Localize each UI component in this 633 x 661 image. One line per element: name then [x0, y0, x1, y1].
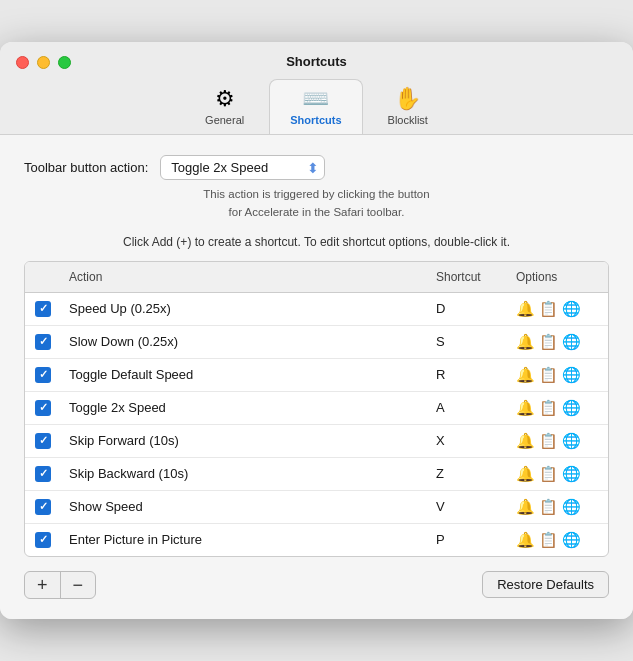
col-header-options: Options [508, 266, 608, 288]
checkbox-show-speed[interactable] [35, 499, 51, 515]
globe-icon[interactable]: 🌐 [562, 366, 581, 384]
bell-icon[interactable]: 🔔 [516, 333, 535, 351]
clipboard-icon[interactable]: 📋 [539, 333, 558, 351]
table-row: Enter Picture in Picture P 🔔 📋 🌐 [25, 524, 608, 556]
maximize-button[interactable] [58, 56, 71, 69]
row-6-shortcut: V [428, 492, 508, 521]
toolbar-hint: This action is triggered by clicking the… [24, 186, 609, 221]
globe-icon[interactable]: 🌐 [562, 465, 581, 483]
row-4-options: 🔔 📋 🌐 [508, 425, 608, 457]
traffic-lights [16, 56, 71, 69]
row-4-action: Skip Forward (10s) [61, 426, 428, 455]
globe-icon[interactable]: 🌐 [562, 531, 581, 549]
general-icon: ⚙ [215, 88, 235, 110]
add-shortcut-button[interactable]: + [25, 572, 61, 598]
table-row: Show Speed V 🔔 📋 🌐 [25, 491, 608, 524]
blocklist-icon: ✋ [394, 88, 421, 110]
restore-defaults-button[interactable]: Restore Defaults [482, 571, 609, 598]
row-0-check[interactable] [25, 294, 61, 324]
row-5-action: Skip Backward (10s) [61, 459, 428, 488]
row-3-action: Toggle 2x Speed [61, 393, 428, 422]
bell-icon[interactable]: 🔔 [516, 366, 535, 384]
row-3-shortcut: A [428, 393, 508, 422]
row-6-action: Show Speed [61, 492, 428, 521]
title-bar: Shortcuts ⚙ General ⌨️ Shortcuts ✋ Block… [0, 42, 633, 135]
close-button[interactable] [16, 56, 29, 69]
tab-blocklist[interactable]: ✋ Blocklist [367, 79, 449, 134]
col-header-shortcut: Shortcut [428, 266, 508, 288]
globe-icon[interactable]: 🌐 [562, 333, 581, 351]
row-1-action: Slow Down (0.25x) [61, 327, 428, 356]
row-5-check[interactable] [25, 459, 61, 489]
row-7-options: 🔔 📋 🌐 [508, 524, 608, 556]
remove-shortcut-button[interactable]: − [61, 572, 96, 598]
clipboard-icon[interactable]: 📋 [539, 531, 558, 549]
minimize-button[interactable] [37, 56, 50, 69]
row-7-shortcut: P [428, 525, 508, 554]
table-row: Speed Up (0.25x) D 🔔 📋 🌐 [25, 293, 608, 326]
shortcuts-table: Action Shortcut Options Speed Up (0.25x)… [24, 261, 609, 557]
row-5-shortcut: Z [428, 459, 508, 488]
tab-general[interactable]: ⚙ General [184, 79, 265, 134]
table-header: Action Shortcut Options [25, 262, 608, 293]
tab-shortcuts[interactable]: ⌨️ Shortcuts [269, 79, 362, 134]
table-body: Speed Up (0.25x) D 🔔 📋 🌐 Slow Down (0.25… [25, 293, 608, 556]
row-6-options: 🔔 📋 🌐 [508, 491, 608, 523]
row-7-check[interactable] [25, 525, 61, 555]
table-row: Skip Backward (10s) Z 🔔 📋 🌐 [25, 458, 608, 491]
checkbox-skip-forward[interactable] [35, 433, 51, 449]
clipboard-icon[interactable]: 📋 [539, 465, 558, 483]
bell-icon[interactable]: 🔔 [516, 399, 535, 417]
row-2-options: 🔔 📋 🌐 [508, 359, 608, 391]
col-header-action: Action [61, 266, 428, 288]
row-0-shortcut: D [428, 294, 508, 323]
toolbar-label: Toolbar button action: [24, 160, 148, 175]
tab-general-label: General [205, 114, 244, 126]
clipboard-icon[interactable]: 📋 [539, 498, 558, 516]
checkbox-toggle-2x[interactable] [35, 400, 51, 416]
table-row: Skip Forward (10s) X 🔔 📋 🌐 [25, 425, 608, 458]
clipboard-icon[interactable]: 📋 [539, 366, 558, 384]
select-wrapper: Toggle 2x Speed Speed Up Slow Down Toggl… [160, 155, 325, 180]
row-2-check[interactable] [25, 360, 61, 390]
clipboard-icon[interactable]: 📋 [539, 300, 558, 318]
bottom-bar: + − Restore Defaults [24, 571, 609, 599]
row-2-shortcut: R [428, 360, 508, 389]
clipboard-icon[interactable]: 📋 [539, 399, 558, 417]
globe-icon[interactable]: 🌐 [562, 300, 581, 318]
row-1-shortcut: S [428, 327, 508, 356]
globe-icon[interactable]: 🌐 [562, 432, 581, 450]
bell-icon[interactable]: 🔔 [516, 465, 535, 483]
row-4-check[interactable] [25, 426, 61, 456]
row-6-check[interactable] [25, 492, 61, 522]
row-3-options: 🔔 📋 🌐 [508, 392, 608, 424]
row-4-shortcut: X [428, 426, 508, 455]
toolbar-row: Toolbar button action: Toggle 2x Speed S… [24, 155, 609, 180]
checkbox-toggle-default[interactable] [35, 367, 51, 383]
row-3-check[interactable] [25, 393, 61, 423]
row-1-options: 🔔 📋 🌐 [508, 326, 608, 358]
toolbar-action-select[interactable]: Toggle 2x Speed Speed Up Slow Down Toggl… [160, 155, 325, 180]
checkbox-skip-backward[interactable] [35, 466, 51, 482]
row-1-check[interactable] [25, 327, 61, 357]
checkbox-slow-down[interactable] [35, 334, 51, 350]
app-window: Shortcuts ⚙ General ⌨️ Shortcuts ✋ Block… [0, 42, 633, 619]
bell-icon[interactable]: 🔔 [516, 531, 535, 549]
bell-icon[interactable]: 🔔 [516, 300, 535, 318]
globe-icon[interactable]: 🌐 [562, 498, 581, 516]
clipboard-icon[interactable]: 📋 [539, 432, 558, 450]
globe-icon[interactable]: 🌐 [562, 399, 581, 417]
row-5-options: 🔔 📋 🌐 [508, 458, 608, 490]
table-row: Toggle Default Speed R 🔔 📋 🌐 [25, 359, 608, 392]
table-row: Toggle 2x Speed A 🔔 📋 🌐 [25, 392, 608, 425]
window-title: Shortcuts [286, 54, 347, 69]
tab-blocklist-label: Blocklist [388, 114, 428, 126]
checkbox-pip[interactable] [35, 532, 51, 548]
shortcuts-icon: ⌨️ [302, 88, 329, 110]
content-area: Toolbar button action: Toggle 2x Speed S… [0, 135, 633, 619]
row-2-action: Toggle Default Speed [61, 360, 428, 389]
bell-icon[interactable]: 🔔 [516, 498, 535, 516]
bell-icon[interactable]: 🔔 [516, 432, 535, 450]
tab-bar: ⚙ General ⌨️ Shortcuts ✋ Blocklist [124, 79, 509, 134]
checkbox-speed-up[interactable] [35, 301, 51, 317]
